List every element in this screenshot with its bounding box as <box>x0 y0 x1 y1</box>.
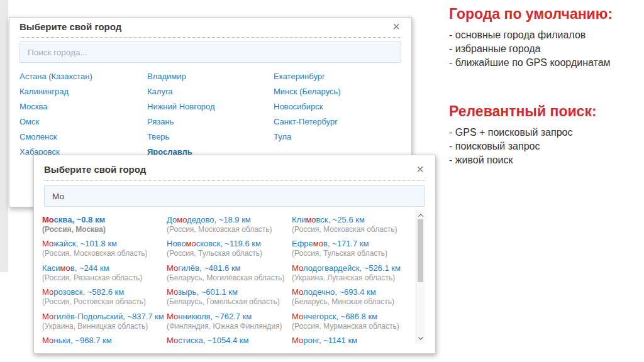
city-name-suffix-distance: вск, ~25.6 км <box>316 215 365 224</box>
search-result-item: Домодедово, ~18.9 км(Россия, Московская … <box>167 215 284 234</box>
result-region: (Россия, Московская область) <box>42 249 164 258</box>
scroll-up-icon[interactable] <box>416 211 425 220</box>
city-name-suffix-distance: в, ~244 км <box>70 263 109 273</box>
city-name-suffix-distance: нчегорск, ~686.8 км <box>303 312 377 321</box>
city-link[interactable]: Омск <box>19 114 92 129</box>
result-city-link[interactable]: Мозырь, ~601.1 км <box>167 287 284 297</box>
result-city-link[interactable]: Монникюля, ~762.7 км <box>167 312 284 322</box>
result-region: (Украина, Винницкая область) <box>42 322 164 331</box>
city-search-input[interactable] <box>44 185 425 207</box>
search-result-item: Моньки, ~968.7 км <box>42 336 164 346</box>
search-results-list: Москва, ~0.8 км(Россия, Москва)Можайск, … <box>34 215 435 353</box>
close-icon[interactable]: × <box>391 21 401 32</box>
search-result-item: Новомосковск, ~119.6 км(Россия, Тульская… <box>167 239 284 258</box>
city-link[interactable]: Астана (Казахстан) <box>19 69 92 84</box>
result-city-link[interactable]: Моньки, ~968.7 км <box>42 336 164 346</box>
result-city-link[interactable]: Касимов, ~244 км <box>42 263 164 273</box>
city-link[interactable]: Новосибирск <box>274 99 341 114</box>
city-name-suffix-distance: в, ~171.7 км <box>323 239 369 248</box>
city-name-suffix-distance: лодогвардейск, ~526.1 км <box>303 263 401 273</box>
city-column: Астана (Казахстан)КалининградМоскваОмскС… <box>19 69 92 160</box>
result-city-link[interactable]: Моронг, ~1141 км <box>292 336 401 346</box>
city-link[interactable]: Санкт-Петербург <box>274 114 341 129</box>
result-city-link[interactable]: Климовск, ~25.6 км <box>292 215 401 225</box>
query-match-highlight: Мо <box>167 287 178 297</box>
city-link[interactable]: Екатеринбург <box>274 69 341 84</box>
result-region: (Россия, Московская область) <box>292 225 401 234</box>
panel-list-item: - избранные города <box>449 42 639 56</box>
result-city-link[interactable]: Морозовск, ~582.6 км <box>42 287 164 297</box>
result-city-link[interactable]: Новомосковск, ~119.6 км <box>167 239 284 249</box>
result-city-link[interactable]: Молодечно, ~693.4 км <box>292 287 401 297</box>
panel-list-item: - ближайшие по GPS координатам <box>449 56 639 70</box>
query-match-highlight: мо <box>60 263 70 273</box>
panel-section: Релевантный поиск:- GPS + поисковый запр… <box>449 102 639 167</box>
result-region: (Финляндия, Южная Финляндия) <box>167 322 284 331</box>
city-search-input[interactable] <box>19 41 401 63</box>
result-region: (Россия, Тульская область) <box>292 249 401 258</box>
city-name-suffix-distance: нникюля, ~762.7 км <box>178 312 252 321</box>
city-link[interactable]: Смоленск <box>19 129 92 145</box>
panel-list-item: - GPS + поисковый запрос <box>449 126 639 140</box>
city-name-suffix-distance: зырь, ~601.1 км <box>178 287 238 297</box>
city-link[interactable]: Владимир <box>147 69 215 84</box>
modal-header: Выберите свой город × <box>9 18 411 33</box>
search-result-item: Молодечно, ~693.4 км(Беларусь, Минская о… <box>292 287 401 307</box>
query-match-highlight: Мо <box>292 263 303 273</box>
city-link[interactable]: Нижний Новгород <box>147 99 215 114</box>
query-match-highlight: Мо <box>42 312 53 321</box>
city-link[interactable]: Калуга <box>147 84 215 99</box>
modal-title: Выберите свой город <box>19 21 121 33</box>
city-link[interactable]: Минск (Беларусь) <box>274 84 341 99</box>
scroll-down-icon[interactable] <box>416 334 425 343</box>
city-link[interactable]: Тула <box>274 129 341 145</box>
result-city-link[interactable]: Домодедово, ~18.9 км <box>167 215 284 225</box>
result-region: (Россия, Мурманская область) <box>292 322 401 331</box>
result-region: (Россия, Москва) <box>42 225 164 234</box>
result-region: (Беларусь, Могилёвская область) <box>167 273 284 283</box>
panel-heading: Города по умолчанию: <box>449 5 639 23</box>
city-link[interactable]: Тверь <box>147 129 215 145</box>
close-icon[interactable]: × <box>415 163 425 175</box>
query-match-highlight: Мо <box>42 287 53 297</box>
city-name-prefix: Ново <box>167 239 186 248</box>
query-match-highlight: Мо <box>42 239 53 248</box>
search-result-item: Климовск, ~25.6 км(Россия, Московская об… <box>292 215 401 234</box>
query-match-highlight: Мо <box>42 215 54 224</box>
modal-title: Выберите свой город <box>44 163 146 176</box>
city-name-prefix: Кли <box>292 215 306 224</box>
query-match-highlight: Мо <box>167 336 178 345</box>
city-name-suffix-distance: жайск, ~101.8 км <box>53 239 117 248</box>
city-name-suffix-distance: сковск, ~119.6 км <box>196 239 261 248</box>
scrollbar-thumb[interactable] <box>418 219 423 282</box>
result-column: Домодедово, ~18.9 км(Россия, Московская … <box>167 215 284 350</box>
chevron-down-icon <box>418 334 423 339</box>
city-name-suffix-distance: сква, ~0.8 км <box>54 215 105 224</box>
result-city-link[interactable]: Можайск, ~101.8 км <box>42 239 164 249</box>
result-city-link[interactable]: Молодогвардейск, ~526.1 км <box>292 263 401 273</box>
result-city-link[interactable]: Могилёв-Подольский, ~837.7 км <box>42 312 164 322</box>
city-link[interactable]: Москва <box>19 99 92 114</box>
search-result-item: Москва, ~0.8 км(Россия, Москва) <box>42 215 164 234</box>
results-scrollbar[interactable] <box>416 210 425 344</box>
search-result-item: Мостиска, ~1054.4 км <box>167 336 284 346</box>
page-edge-strip <box>0 0 8 272</box>
city-link[interactable]: Рязань <box>147 114 215 129</box>
panel-list-item: - поисковый запрос <box>449 140 639 153</box>
query-match-highlight: мо <box>186 239 196 248</box>
result-city-link[interactable]: Мончегорск, ~686.8 км <box>292 312 401 322</box>
query-match-highlight: мо <box>313 239 323 248</box>
result-region: (Россия, Московская область) <box>167 225 284 234</box>
result-region: (Россия, Ростовская область) <box>42 297 164 307</box>
panel-heading: Релевантный поиск: <box>449 102 639 120</box>
result-city-link[interactable]: Мостиска, ~1054.4 км <box>167 336 284 346</box>
city-column: ЕкатеринбургМинск (Беларусь)НовосибирскС… <box>274 69 341 145</box>
city-name-prefix: Ефре <box>292 239 313 248</box>
result-city-link[interactable]: Ефремов, ~171.7 км <box>292 239 401 249</box>
result-region: (Беларусь, Минская область) <box>292 297 401 307</box>
city-name-suffix-distance: стиска, ~1054.4 км <box>178 336 248 345</box>
result-city-link[interactable]: Могилёв, ~481.6 км <box>167 263 284 273</box>
city-link[interactable]: Калининград <box>19 84 92 99</box>
city-name-suffix-distance: гилёв, ~481.6 км <box>178 263 240 273</box>
result-city-link[interactable]: Москва, ~0.8 км <box>42 215 164 225</box>
